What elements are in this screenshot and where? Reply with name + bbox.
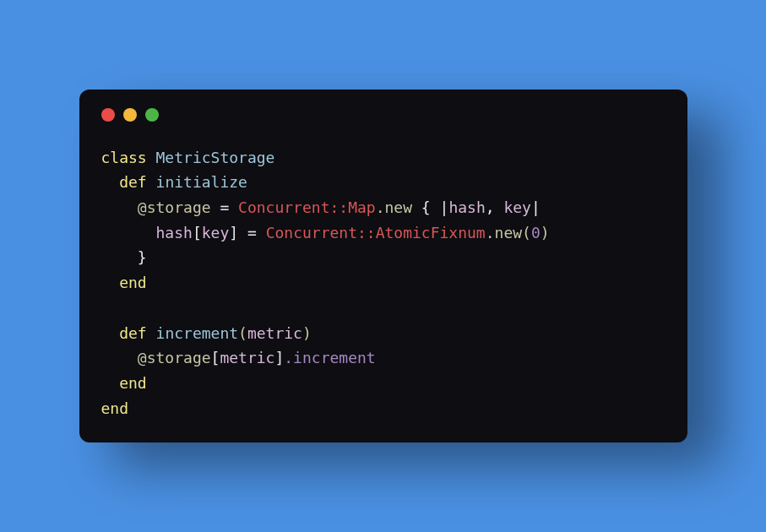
code-window: class MetricStorage def initialize @stor… <box>79 90 687 443</box>
fn-new: .new <box>376 198 412 216</box>
const-atomic-fixnum: Concurrent::AtomicFixnum <box>266 224 486 242</box>
method-initialize: initialize <box>156 173 247 191</box>
keyword-class: class <box>101 149 147 166</box>
num-zero: 0 <box>531 224 541 242</box>
pipe: | <box>531 198 541 216</box>
ivar-storage: @storage <box>138 198 211 216</box>
const-concurrent-map: Concurrent::Map <box>238 198 376 216</box>
method-increment: increment <box>156 324 239 342</box>
bracket-close: ] <box>229 224 238 242</box>
brace-close: } <box>138 248 147 266</box>
call-increment: .increment <box>284 349 375 366</box>
keyword-end: end <box>119 374 147 392</box>
arg-key: key <box>202 224 230 242</box>
keyword-end: end <box>101 399 129 417</box>
op-assign: = <box>247 224 257 242</box>
bracket-open: [ <box>193 224 202 242</box>
keyword-def: def <box>119 173 147 191</box>
bracket-close: ] <box>274 349 284 366</box>
arg-metric: metric <box>247 324 302 342</box>
paren-close: ) <box>541 224 550 242</box>
bracket-open: [ <box>211 349 220 366</box>
ivar-storage: @storage <box>138 349 211 366</box>
op-assign: = <box>220 198 229 216</box>
comma: , <box>486 198 495 216</box>
paren-open: ( <box>238 324 247 342</box>
class-name: MetricStorage <box>156 149 275 166</box>
traffic-lights <box>101 108 665 122</box>
arg-metric: metric <box>220 349 274 366</box>
arg-key: key <box>503 198 531 216</box>
brace-open: { <box>421 198 431 216</box>
paren-close: ) <box>302 324 312 342</box>
arg-hash: hash <box>156 224 193 242</box>
pipe: | <box>440 198 449 216</box>
close-icon[interactable] <box>101 108 115 122</box>
maximize-icon[interactable] <box>145 108 159 122</box>
keyword-end: end <box>119 274 147 291</box>
minimize-icon[interactable] <box>123 108 137 122</box>
code-block: class MetricStorage def initialize @stor… <box>101 145 665 421</box>
fn-new-paren: .new( <box>486 224 531 242</box>
arg-hash: hash <box>448 198 485 216</box>
keyword-def: def <box>119 324 147 342</box>
